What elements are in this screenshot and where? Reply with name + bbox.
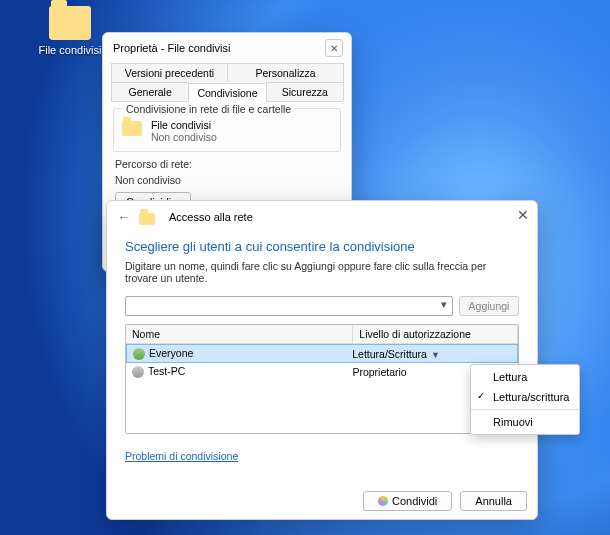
tab-personalizza[interactable]: Personalizza [227,63,344,82]
properties-tabs: Versioni precedenti Personalizza General… [111,63,343,102]
column-name[interactable]: Nome [126,325,353,343]
user-list: Nome Livello di autorizzazione Everyone … [125,324,519,434]
user-row-testpc[interactable]: Test-PC Proprietario [126,363,518,380]
folder-icon [49,6,91,40]
user-icon [132,366,144,378]
desktop-folder[interactable]: File condivisi [30,6,110,56]
network-share-group: Condivisione in rete di file e cartelle … [113,108,341,152]
path-value: Non condiviso [115,174,339,186]
chevron-down-icon[interactable]: ▼ [431,350,440,360]
user-name: Everyone [149,347,193,359]
user-permission: Lettura/Scrittura [352,348,427,360]
user-name: Test-PC [148,365,185,377]
tab-versioni[interactable]: Versioni precedenti [111,63,228,82]
network-window-title: Accesso alla rete [169,211,253,223]
network-heading: Scegliere gli utenti a cui consentire la… [125,239,519,254]
column-permission[interactable]: Livello di autorizzazione [353,325,518,343]
ctx-lettura[interactable]: Lettura [471,367,579,387]
tab-sicurezza[interactable]: Sicurezza [266,82,344,101]
back-arrow-icon[interactable]: ← [117,209,131,225]
share-confirm-button[interactable]: Condividi [363,491,452,511]
share-icon [378,496,388,506]
path-label: Percorso di rete: [115,158,339,170]
desktop-folder-label: File condivisi [30,44,110,56]
ctx-lettura-scrittura[interactable]: Lettura/scrittura [471,387,579,407]
folder-icon [122,121,142,136]
tab-condivisione[interactable]: Condivisione [188,83,266,102]
folder-icon [139,213,155,225]
folder-name: File condivisi [151,119,217,131]
network-access-window: ✕ ← Accesso alla rete Scegliere gli uten… [106,200,538,520]
user-icon [133,348,145,360]
user-combo-input[interactable] [125,296,453,316]
folder-status: Non condiviso [151,131,217,143]
cancel-button[interactable]: Annulla [460,491,527,511]
close-icon[interactable]: ✕ [325,39,343,57]
network-subtext: Digitare un nome, quindi fare clic su Ag… [125,260,519,284]
ctx-rimuovi[interactable]: Rimuovi [471,409,579,432]
close-icon[interactable]: ✕ [517,207,529,223]
user-permission: Proprietario [352,366,406,378]
troubleshoot-link[interactable]: Problemi di condivisione [125,450,238,462]
tab-generale[interactable]: Generale [111,82,189,101]
permission-context-menu: Lettura Lettura/scrittura Rimuovi [470,364,580,435]
share-button-label: Condividi [392,495,437,507]
group-title: Condivisione in rete di file e cartelle [122,103,295,115]
add-button[interactable]: Aggiungi [459,296,519,316]
properties-title: Proprietà - File condivisi [113,42,230,54]
user-row-everyone[interactable]: Everyone Lettura/Scrittura▼ [126,344,518,363]
